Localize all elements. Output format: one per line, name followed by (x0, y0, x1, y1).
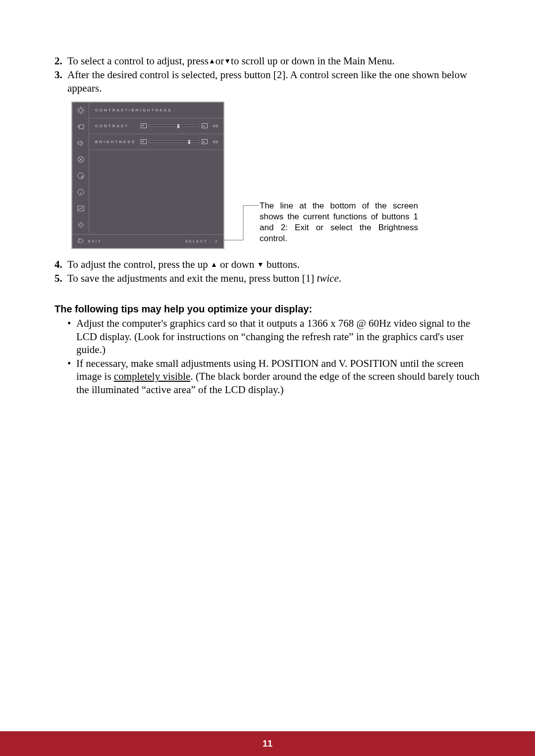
osd-main: CONTRAST/BRIGHTNESS CONTRAST ▼ ▲ 60 BRIG… (89, 102, 223, 233)
tip-1: • Adjust the computer's graphics card so… (54, 317, 481, 356)
step-5: 5. To save the adjustments and exit the … (54, 272, 481, 285)
tip-2: • If necessary, make small adjustments u… (54, 357, 481, 396)
osd-status-right: SELECT : 2 (185, 240, 218, 243)
input-icon (72, 119, 89, 135)
svg-text:i: i (80, 190, 81, 195)
osd-row-contrast: CONTRAST ▼ ▲ 60 (89, 118, 223, 134)
svg-point-8 (79, 223, 82, 226)
brightness-contrast-icon (72, 102, 89, 119)
setup-icon (72, 217, 89, 233)
down-token-icon: ▼ (141, 139, 147, 144)
svg-point-4 (81, 176, 83, 178)
tips-list: • Adjust the computer's graphics card so… (54, 317, 481, 396)
step-4: 4. To adjust the control, press the up ▲… (54, 258, 481, 271)
page-footer: 11 (0, 731, 535, 756)
color-icon (72, 151, 89, 168)
step-list-bottom: 4. To adjust the control, press the up ▲… (54, 258, 481, 285)
callout-text: The line at the bottom of the screen sho… (260, 201, 418, 244)
step-3: 3. After the desired control is selected… (54, 68, 481, 95)
step-2: 2. To select a control to adjust, press▲… (54, 54, 481, 67)
up-token-icon: ▲ (202, 123, 208, 128)
osd-status-left: 1 : EXIT (77, 240, 102, 243)
osd-status-bar: 1 : EXIT SELECT : 2 (72, 234, 223, 248)
up-triangle-icon: ▲ (211, 260, 217, 269)
svg-rect-1 (79, 125, 84, 129)
osd-sidebar: i (72, 102, 89, 233)
osd-title: CONTRAST/BRIGHTNESS (89, 102, 223, 118)
up-token-icon: ▲ (202, 139, 208, 144)
document-page: 2. To select a control to adjust, press▲… (0, 0, 535, 756)
callout-line (224, 101, 264, 245)
audio-icon (72, 135, 89, 151)
osd-row-brightness: BRIGHTNESS ▼ ▲ 80 (89, 134, 223, 150)
tips-heading: The following tips may help you optimize… (54, 303, 481, 315)
osd-panel: i CONTRAST/BRIGHTNESS CONTRAST ▼ ▲ 60 (71, 101, 224, 249)
svg-point-0 (79, 108, 83, 112)
down-triangle-icon: ▼ (224, 57, 231, 66)
image-adjust-icon (72, 201, 89, 217)
down-triangle-icon: ▼ (257, 260, 264, 269)
eco-icon (72, 168, 89, 184)
osd-figure: i CONTRAST/BRIGHTNESS CONTRAST ▼ ▲ 60 (71, 101, 481, 253)
up-triangle-icon: ▲ (209, 57, 215, 66)
info-icon: i (72, 184, 89, 201)
down-token-icon: ▼ (141, 123, 147, 128)
step-list-top: 2. To select a control to adjust, press▲… (54, 54, 481, 95)
page-number: 11 (263, 739, 272, 749)
